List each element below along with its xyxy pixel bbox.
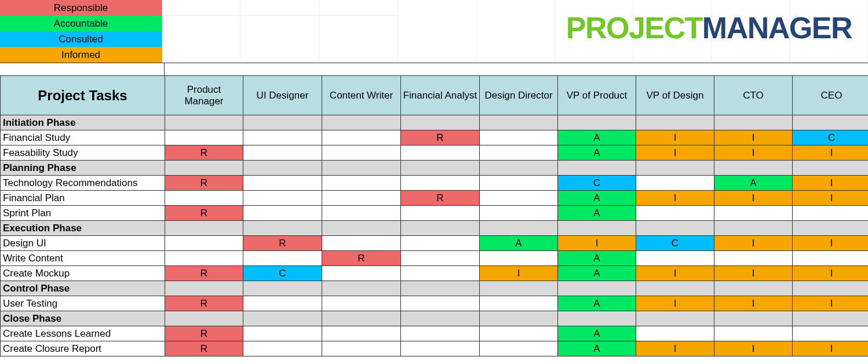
header-role-0: Product Manager: [165, 76, 243, 115]
header-role-5: VP of Product: [558, 76, 636, 115]
phase-empty-cell: [401, 115, 480, 130]
task-row: User TestingRAIII: [1, 296, 869, 311]
raci-cell: [401, 145, 480, 161]
phase-name: Execution Phase: [1, 221, 165, 236]
raci-cell: C: [793, 130, 869, 145]
header-role-4: Design Director: [480, 76, 558, 115]
raci-cell: I: [714, 236, 793, 251]
raci-cell: [322, 341, 401, 356]
spacer-row: [0, 63, 868, 75]
phase-name: Planning Phase: [1, 161, 165, 176]
raci-cell: I: [636, 296, 714, 311]
phase-empty-cell: [322, 281, 401, 296]
logo-part1: PROJECT: [566, 11, 702, 45]
raci-cell: R: [165, 206, 243, 221]
logo: PROJECTMANAGER: [566, 10, 852, 45]
raci-cell: A: [558, 206, 636, 221]
raci-cell: R: [165, 341, 243, 356]
phase-empty-cell: [165, 221, 243, 236]
task-name: Financial Plan: [1, 191, 165, 206]
task-name: Feasability Study: [1, 145, 165, 161]
raci-cell: [243, 206, 322, 221]
phase-row: Close Phase: [1, 311, 869, 326]
header-role-6: VP of Design: [636, 76, 714, 115]
raci-cell: [636, 206, 714, 221]
task-name: Sprint Plan: [1, 206, 165, 221]
header-tasks: Project Tasks: [1, 76, 165, 115]
raci-cell: [793, 326, 869, 341]
raci-cell: I: [793, 266, 869, 281]
raci-cell: I: [793, 176, 869, 191]
phase-empty-cell: [165, 161, 243, 176]
phase-empty-cell: [714, 221, 793, 236]
raci-cell: I: [636, 341, 714, 356]
raci-cell: [322, 145, 401, 161]
task-name: Financial Study: [1, 130, 165, 145]
phase-empty-cell: [401, 281, 480, 296]
top-area: Responsible Accountable Consulted Inform…: [0, 0, 868, 63]
raci-cell: [243, 130, 322, 145]
raci-cell: [480, 341, 558, 356]
phase-empty-cell: [243, 115, 322, 130]
raci-cell: [243, 176, 322, 191]
raci-cell: R: [165, 296, 243, 311]
phase-name: Control Phase: [1, 281, 165, 296]
raci-cell: [636, 251, 714, 266]
raci-cell: R: [401, 130, 480, 145]
raci-cell: [322, 296, 401, 311]
phase-empty-cell: [636, 311, 714, 326]
raci-cell: [165, 191, 243, 206]
raci-cell: C: [636, 236, 714, 251]
raci-cell: I: [714, 266, 793, 281]
raci-cell: I: [480, 266, 558, 281]
raci-cell: [401, 326, 480, 341]
phase-row: Initiation Phase: [1, 115, 869, 130]
task-row: Sprint PlanRA: [1, 206, 869, 221]
raci-table: Project Tasks Product Manager UI Designe…: [0, 75, 868, 356]
raci-cell: A: [558, 341, 636, 356]
phase-row: Planning Phase: [1, 161, 869, 176]
raci-cell: I: [636, 266, 714, 281]
phase-empty-cell: [322, 221, 401, 236]
phase-empty-cell: [480, 221, 558, 236]
table-head: Project Tasks Product Manager UI Designe…: [1, 76, 869, 115]
header-role-7: CTO: [714, 76, 793, 115]
raci-cell: C: [558, 176, 636, 191]
phase-empty-cell: [322, 311, 401, 326]
raci-cell: [480, 130, 558, 145]
phase-empty-cell: [401, 221, 480, 236]
task-row: Financial StudyRAIIC: [1, 130, 869, 145]
legend-responsible: Responsible: [0, 0, 162, 16]
raci-cell: A: [558, 145, 636, 161]
raci-cell: [322, 130, 401, 145]
raci-cell: I: [714, 130, 793, 145]
raci-cell: [165, 236, 243, 251]
phase-name: Initiation Phase: [1, 115, 165, 130]
raci-cell: [243, 145, 322, 161]
phase-empty-cell: [480, 281, 558, 296]
phase-row: Execution Phase: [1, 221, 869, 236]
raci-cell: [322, 191, 401, 206]
raci-cell: [714, 251, 793, 266]
raci-cell: [322, 176, 401, 191]
raci-cell: R: [165, 145, 243, 161]
raci-cell: A: [558, 266, 636, 281]
phase-empty-cell: [322, 161, 401, 176]
raci-cell: R: [165, 326, 243, 341]
phase-empty-cell: [243, 311, 322, 326]
phase-empty-cell: [793, 311, 869, 326]
phase-empty-cell: [636, 221, 714, 236]
task-row: Create Closure ReportRAIII: [1, 341, 869, 356]
phase-empty-cell: [558, 161, 636, 176]
phase-empty-cell: [243, 281, 322, 296]
raci-cell: A: [480, 236, 558, 251]
raci-cell: [401, 341, 480, 356]
phase-empty-cell: [558, 221, 636, 236]
header-role-3: Financial Analyst: [401, 76, 480, 115]
raci-cell: I: [714, 296, 793, 311]
task-row: Financial PlanRAIII: [1, 191, 869, 206]
raci-cell: [401, 176, 480, 191]
phase-empty-cell: [714, 311, 793, 326]
header-role-2: Content Writer: [322, 76, 401, 115]
raci-cell: [165, 251, 243, 266]
